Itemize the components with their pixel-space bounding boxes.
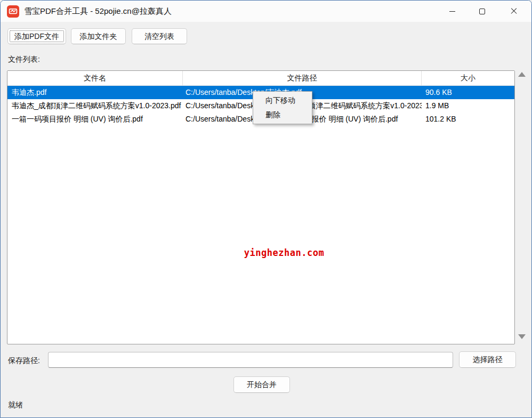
start-merge-button[interactable]: 开始合并 bbox=[233, 376, 290, 393]
scrollbar-up-arrow-icon[interactable] bbox=[518, 72, 526, 77]
pdf-merge-window: { "window": { "title": "雪宝PDF合并工具 - 52po… bbox=[0, 0, 532, 418]
app-icon bbox=[7, 5, 19, 18]
minimize-button[interactable] bbox=[440, 1, 464, 22]
cell-file-name: 韦迪杰.pdf bbox=[7, 86, 183, 99]
close-button[interactable] bbox=[502, 1, 526, 22]
cell-file-name: 一箱一码项目报价 明细 (UV) 询价后.pdf bbox=[7, 112, 183, 126]
choose-path-button[interactable]: 选择路径 bbox=[459, 351, 516, 368]
scrollbar-down-arrow-icon[interactable] bbox=[518, 334, 526, 339]
add-folder-button[interactable]: 添加文件夹 bbox=[71, 28, 126, 44]
watermark-text: yinghezhan.com bbox=[212, 247, 356, 258]
close-icon bbox=[510, 7, 518, 15]
maximize-button[interactable] bbox=[470, 1, 494, 22]
column-header-size[interactable]: 大小 bbox=[422, 71, 514, 85]
minimize-icon bbox=[449, 11, 455, 12]
cell-file-name: 韦迪杰_成都顶津二维码赋码系统方案v1.0-2023.pdf bbox=[7, 99, 183, 112]
title-bar: 雪宝PDF合并工具 - 52pojie.cn@拉轰真人 bbox=[1, 1, 532, 22]
clear-list-button[interactable]: 清空列表 bbox=[132, 28, 187, 44]
maximize-icon bbox=[479, 9, 485, 14]
context-menu: 向下移动 删除 bbox=[253, 91, 312, 124]
cell-file-size: 101.2 KB bbox=[422, 112, 514, 126]
table-header: 文件名 文件路径 大小 bbox=[7, 71, 514, 86]
column-header-path[interactable]: 文件路径 bbox=[183, 71, 422, 85]
cell-file-size: 90.6 KB bbox=[422, 86, 514, 99]
context-menu-item-move-down[interactable]: 向下移动 bbox=[253, 93, 312, 108]
save-path-input[interactable] bbox=[48, 352, 453, 368]
file-list-label: 文件列表: bbox=[8, 55, 40, 65]
save-path-label: 保存路径: bbox=[8, 356, 40, 366]
add-pdf-button[interactable]: 添加PDF文件 bbox=[7, 28, 66, 44]
context-menu-item-delete[interactable]: 删除 bbox=[253, 108, 312, 122]
cell-file-size: 1.9 MB bbox=[422, 99, 514, 112]
column-header-name[interactable]: 文件名 bbox=[7, 71, 183, 85]
window-title: 雪宝PDF合并工具 - 52pojie.cn@拉轰真人 bbox=[24, 1, 172, 22]
status-text: 就绪 bbox=[8, 400, 23, 410]
